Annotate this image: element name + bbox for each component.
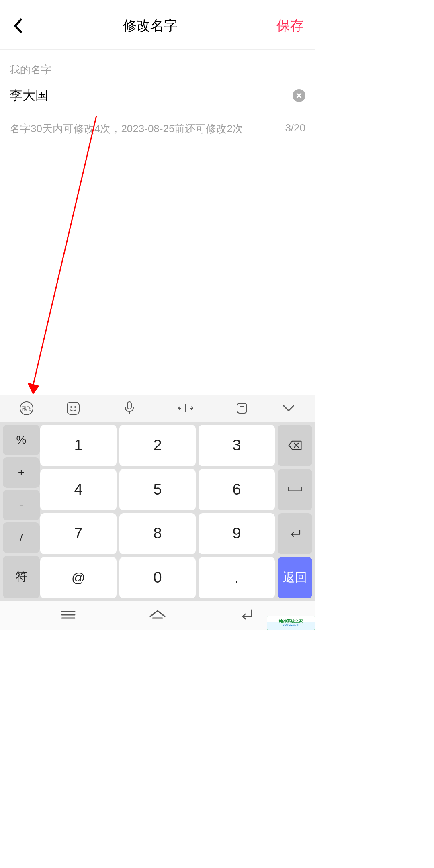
microphone-icon[interactable]	[103, 397, 156, 420]
key-5[interactable]: 5	[119, 469, 196, 510]
keyboard-container: % 1 2 3 + 4 5 6 - 7 8 9 符 @ 0 . 返回	[0, 422, 315, 601]
nav-back-icon[interactable]	[239, 609, 255, 622]
space-icon[interactable]	[278, 469, 312, 510]
svg-point-5	[70, 406, 72, 408]
hint-text: 名字30天内可修改4次，2023-08-25前还可修改2次	[10, 122, 243, 136]
svg-marker-1	[27, 383, 39, 395]
cursor-move-icon[interactable]	[159, 397, 212, 420]
clear-button[interactable]	[293, 89, 305, 102]
name-input[interactable]	[10, 88, 293, 103]
header-bar: 修改名字 保存	[0, 2, 315, 50]
key-minus-final[interactable]: -	[3, 490, 40, 520]
field-label: 我的名字	[10, 63, 305, 77]
key-plus-final[interactable]: +	[3, 457, 40, 488]
key-8[interactable]: 8	[119, 513, 196, 555]
key-6[interactable]: 6	[199, 469, 275, 510]
key-1[interactable]: 1	[40, 425, 117, 466]
return-key[interactable]: 返回	[278, 557, 312, 598]
backspace-icon[interactable]	[278, 425, 312, 466]
svg-line-0	[33, 116, 96, 386]
svg-text:讯飞: 讯飞	[22, 406, 31, 411]
annotation-arrow	[25, 116, 101, 395]
key-4[interactable]: 4	[40, 469, 117, 510]
content-area: 我的名字 名字30天内可修改4次，2023-08-25前还可修改2次 3/20	[0, 50, 315, 136]
key-at[interactable]: @	[40, 557, 117, 598]
ime-brand-icon[interactable]: 讯飞	[8, 397, 45, 420]
watermark: 纯净系统之家 ycwjzy.com	[267, 616, 315, 630]
key-dot[interactable]: .	[199, 557, 275, 598]
enter-icon[interactable]	[278, 513, 312, 555]
nav-recent-icon[interactable]	[60, 609, 76, 622]
emoji-icon[interactable]	[47, 397, 100, 420]
svg-rect-4	[67, 402, 79, 414]
key-2[interactable]: 2	[119, 425, 196, 466]
svg-point-6	[74, 406, 76, 408]
key-symbol-final[interactable]: 符	[3, 556, 40, 598]
clipboard-icon[interactable]	[215, 397, 268, 420]
page-title: 修改名字	[123, 16, 178, 35]
key-7[interactable]: 7	[40, 513, 117, 555]
hint-row: 名字30天内可修改4次，2023-08-25前还可修改2次 3/20	[10, 122, 305, 136]
key-percent-final[interactable]: %	[3, 425, 40, 455]
back-icon[interactable]	[11, 19, 24, 32]
key-9[interactable]: 9	[199, 513, 275, 555]
name-input-row	[10, 88, 305, 113]
svg-rect-7	[127, 402, 131, 409]
key-3[interactable]: 3	[199, 425, 275, 466]
key-0[interactable]: 0	[119, 557, 196, 598]
keyboard-left-column: % + - / 符	[0, 422, 40, 601]
keyboard-toolbar: 讯飞	[0, 395, 315, 422]
svg-rect-10	[237, 403, 247, 413]
nav-home-icon[interactable]	[149, 609, 166, 622]
collapse-keyboard-icon[interactable]	[270, 397, 307, 420]
char-count: 3/20	[285, 122, 305, 136]
save-button[interactable]: 保存	[276, 16, 304, 35]
key-slash-final[interactable]: /	[3, 522, 40, 553]
